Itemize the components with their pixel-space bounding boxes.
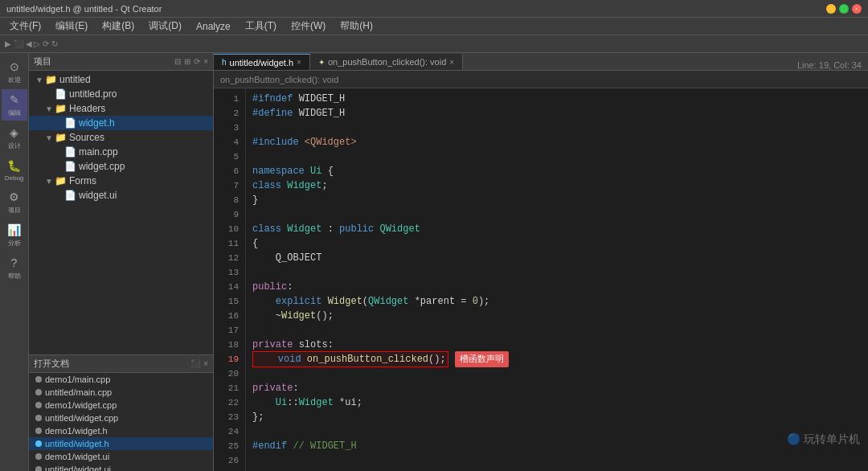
code-line-8: } xyxy=(252,193,862,207)
minimize-button[interactable]: − xyxy=(826,4,836,14)
code-line-9 xyxy=(252,207,862,222)
filter-icon[interactable]: ⊟ xyxy=(174,57,181,66)
menu-help[interactable]: 帮助(H) xyxy=(334,18,379,35)
code-line-26 xyxy=(252,453,862,468)
open-files-actions[interactable]: ⬛ × xyxy=(190,359,208,368)
design-icon: ◈ xyxy=(7,125,22,140)
body: ⊙ 欢迎 ✎ 编辑 ◈ 设计 🐛 Debug ⚙ 项目 📊 分析 ? 帮助 xyxy=(0,53,868,471)
code-line-2: #define WIDGET_H xyxy=(252,106,862,121)
file-tree-header: 项目 ⊟ ⊞ ⟳ × xyxy=(29,53,213,71)
sidebar-item-welcome[interactable]: ⊙ 欢迎 xyxy=(2,56,27,88)
tab-label-function: on_pushButton_clicked(): void xyxy=(328,57,446,67)
file-tree: ▼ 📁 untitled 📄 untitled.pro ▼ 📁 Headers xyxy=(29,71,213,354)
analyze-icon: 📊 xyxy=(7,223,22,237)
tab-widget-h[interactable]: h untitled/widget.h × xyxy=(214,54,310,70)
code-line-7: class Widget; xyxy=(252,178,862,193)
file-tree-actions[interactable]: ⊟ ⊞ ⟳ × xyxy=(174,57,208,66)
tree-item-widget-ui[interactable]: 📄 widget.ui xyxy=(29,188,213,203)
open-file-demo1-main[interactable]: demo1/main.cpp xyxy=(29,373,213,386)
code-line-18: private slots: xyxy=(252,338,862,352)
code-line-10: class Widget : public QWidget xyxy=(252,222,862,236)
close-button[interactable]: × xyxy=(852,4,862,14)
help-icon: ? xyxy=(7,256,22,270)
close-icon[interactable]: × xyxy=(203,359,208,368)
line-numbers: 1 2 3 4 5 6 7 8 9 10 11 12 13 14 15 16 1 xyxy=(214,88,246,471)
menu-build[interactable]: 构建(B) xyxy=(96,18,141,35)
sidebar-item-design[interactable]: ◈ 设计 xyxy=(2,122,27,154)
code-line-21: private: xyxy=(252,381,862,395)
open-file-demo1-widget-h[interactable]: demo1/widget.h xyxy=(29,424,213,437)
title-bar-text: untitled/widget.h @ untitled - Qt Creato… xyxy=(6,4,162,14)
tree-item-main-cpp[interactable]: 📄 main.cpp xyxy=(29,145,213,159)
file-tree-title: 项目 xyxy=(34,55,51,68)
code-line-23: }; xyxy=(252,410,862,424)
code-line-16: ~Widget(); xyxy=(252,309,862,323)
welcome-icon: ⊙ xyxy=(7,59,22,74)
toolbar: ▶ ⬛ ◀ ▷ ⟳ ↻ xyxy=(0,35,868,53)
maximize-button[interactable]: □ xyxy=(839,4,849,14)
code-editor[interactable]: 1 2 3 4 5 6 7 8 9 10 11 12 13 14 15 16 1 xyxy=(214,88,868,471)
code-line-13 xyxy=(252,265,862,280)
menu-bar: 文件(F) 编辑(E) 构建(B) 调试(D) Analyze 工具(T) 控件… xyxy=(0,18,868,35)
code-line-5 xyxy=(252,149,862,164)
open-file-untitled-widget-cpp[interactable]: untitled/widget.cpp xyxy=(29,412,213,424)
breadcrumb-text: on_pushButton_clicked(): void xyxy=(220,75,338,84)
menu-file[interactable]: 文件(F) xyxy=(3,18,47,35)
code-line-6: namespace Ui { xyxy=(252,164,862,178)
code-content[interactable]: #ifndef WIDGET_H #define WIDGET_H #inclu… xyxy=(246,88,868,471)
code-line-14: public: xyxy=(252,280,862,294)
menu-edit[interactable]: 编辑(E) xyxy=(49,18,94,35)
sidebar-item-edit[interactable]: ✎ 编辑 xyxy=(2,89,27,121)
open-file-demo1-widget-ui[interactable]: demo1/widget.ui xyxy=(29,450,213,463)
editor-area: h untitled/widget.h × ✦ on_pushButton_cl… xyxy=(214,53,868,471)
sidebar-icons: ⊙ 欢迎 ✎ 编辑 ◈ 设计 🐛 Debug ⚙ 项目 📊 分析 ? 帮助 xyxy=(0,53,29,471)
sidebar-item-project[interactable]: ⚙ 项目 xyxy=(2,186,27,218)
tree-item-widget-cpp[interactable]: 📄 widget.cpp xyxy=(29,159,213,174)
debug-icon: 🐛 xyxy=(7,158,22,173)
tree-item-sources[interactable]: ▼ 📁 Sources xyxy=(29,130,213,145)
tree-item-untitled[interactable]: ▼ 📁 untitled xyxy=(29,72,213,87)
tree-item-headers[interactable]: ▼ 📁 Headers xyxy=(29,101,213,116)
open-file-untitled-main[interactable]: untitled/main.cpp xyxy=(29,386,213,399)
error-badge: 槽函数声明 xyxy=(455,351,509,367)
open-file-demo1-widget-cpp[interactable]: demo1/widget.cpp xyxy=(29,399,213,412)
tree-item-untitled-pro[interactable]: 📄 untitled.pro xyxy=(29,87,213,101)
menu-tools[interactable]: 工具(T) xyxy=(239,18,283,35)
line-info: Line: 19, Col: 34 xyxy=(791,60,868,70)
tab-icon-h: h xyxy=(222,58,227,67)
sidebar-item-help[interactable]: ? 帮助 xyxy=(2,252,27,284)
close-tree-icon[interactable]: × xyxy=(203,57,208,66)
tab-function[interactable]: ✦ on_pushButton_clicked(): void × xyxy=(310,54,463,70)
code-line-3 xyxy=(252,121,862,135)
code-line-15: explicit Widget(QWidget *parent = 0); xyxy=(252,294,862,309)
code-line-17 xyxy=(252,323,862,338)
code-line-4: #include <QWidget> xyxy=(252,135,862,149)
window-controls[interactable]: − □ × xyxy=(826,4,862,14)
tree-item-forms[interactable]: ▼ 📁 Forms xyxy=(29,174,213,188)
menu-debug[interactable]: 调试(D) xyxy=(142,18,188,35)
tab-close-widget-h[interactable]: × xyxy=(297,58,301,67)
editor-output-area: h untitled/widget.h × ✦ on_pushButton_cl… xyxy=(214,53,868,471)
sidebar-item-analyze[interactable]: 📊 分析 xyxy=(2,219,27,251)
menu-controls[interactable]: 控件(W) xyxy=(285,18,332,35)
sync-icon[interactable]: ⟳ xyxy=(194,57,200,66)
open-files-title: 打开文档 xyxy=(34,358,69,370)
editor-breadcrumb: on_pushButton_clicked(): void xyxy=(214,71,868,88)
code-line-1: #ifndef WIDGET_H xyxy=(252,92,862,106)
tab-close-function[interactable]: × xyxy=(449,58,454,67)
code-line-25: #endif // WIDGET_H xyxy=(252,439,862,453)
menu-analyze[interactable]: Analyze xyxy=(190,19,237,34)
project-icon: ⚙ xyxy=(7,190,22,204)
open-files-header: 打开文档 ⬛ × xyxy=(29,355,213,373)
left-panel: 项目 ⊟ ⊞ ⟳ × ▼ 📁 untitled xyxy=(29,53,214,471)
open-file-untitled-widget-h[interactable]: untitled/widget.h xyxy=(29,437,213,450)
collapse-icon[interactable]: ⊞ xyxy=(184,57,190,66)
open-file-untitled-widget-ui[interactable]: untitled/widget.ui xyxy=(29,463,213,471)
tab-label-widget-h: untitled/widget.h xyxy=(230,58,294,68)
open-files-panel: 打开文档 ⬛ × demo1/main.cpp untitled/main.cp… xyxy=(29,354,214,471)
code-line-11: { xyxy=(252,236,862,251)
edit-icon: ✎ xyxy=(7,92,22,107)
tree-item-widget-h[interactable]: 📄 widget.h xyxy=(29,116,213,130)
sidebar-item-debug[interactable]: 🐛 Debug xyxy=(2,155,27,185)
close-all-icon[interactable]: ⬛ xyxy=(190,359,200,368)
